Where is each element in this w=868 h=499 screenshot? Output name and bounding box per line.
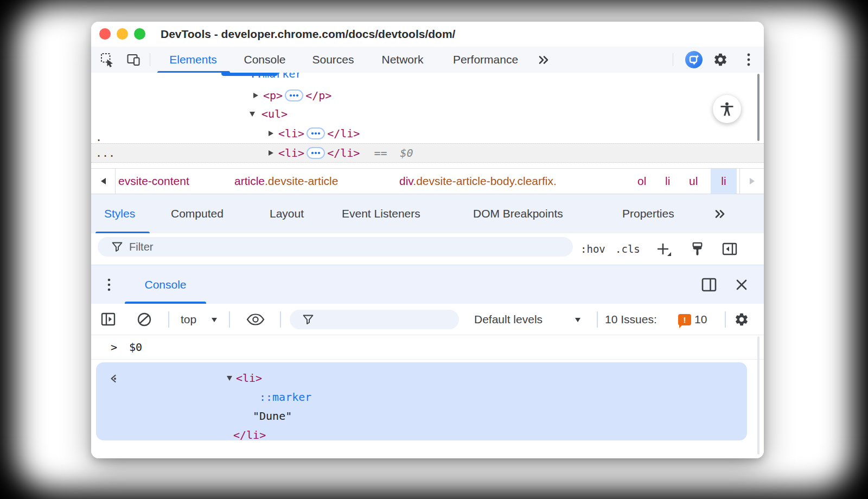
console-messages: > $0 <li> ::marker "Dune" </li>: [91, 335, 764, 458]
tab-sources[interactable]: Sources: [302, 47, 365, 73]
title-bar: DevTools - developer.chrome.com/docs/dev…: [91, 22, 764, 47]
tab-elements[interactable]: Elements: [156, 47, 230, 73]
console-command-row: > $0: [91, 335, 764, 360]
dom-node-marker-clipped[interactable]: ::marker: [250, 73, 302, 82]
tab-console[interactable]: Console: [237, 47, 293, 73]
log-levels-selector[interactable]: Default levels: [474, 304, 542, 335]
result-node-li[interactable]: <li>: [227, 369, 262, 388]
dom-node-p[interactable]: <p> </p>: [253, 86, 331, 105]
collapse-arrow-icon[interactable]: [227, 376, 232, 381]
execution-context-selector[interactable]: top: [181, 304, 196, 335]
dom-node-li-selected[interactable]: ... <li> </li> == $0: [91, 143, 764, 163]
breadcrumb-item[interactable]: ol: [637, 169, 646, 194]
more-tabs-chevron-icon[interactable]: [713, 209, 726, 219]
console-result-arrow-icon: [109, 374, 120, 383]
dollar-zero-annotation: $0: [400, 146, 413, 159]
filter-funnel-icon: [112, 242, 123, 252]
filter-placeholder: Filter: [129, 241, 153, 253]
devtools-main-toolbar: Elements Console Sources Network Perform…: [91, 47, 764, 73]
gutter-dot: .: [95, 131, 102, 143]
styles-panel-tabs: Styles Computed Layout Event Listeners D…: [91, 194, 764, 233]
drawer-kebab-icon[interactable]: [106, 278, 112, 292]
tab-dom-breakpoints[interactable]: DOM Breakpoints: [473, 194, 563, 233]
issues-count: 10: [694, 304, 707, 335]
split-panel-icon[interactable]: [701, 278, 717, 292]
console-sidebar-icon[interactable]: [101, 312, 116, 326]
new-style-rule-plus-icon[interactable]: [656, 242, 672, 257]
styles-filter-input[interactable]: Filter: [98, 237, 573, 257]
pseudo-state-toggle[interactable]: :hov: [580, 233, 605, 265]
accessibility-icon[interactable]: [713, 95, 741, 123]
tab-event-listeners[interactable]: Event Listeners: [342, 194, 420, 233]
console-settings-gear-icon[interactable]: [734, 312, 749, 327]
console-result-selected[interactable]: <li> ::marker "Dune" </li>: [96, 362, 747, 440]
dom-node-ul[interactable]: <ul>: [250, 104, 288, 124]
dom-node-li[interactable]: <li> </li>: [269, 124, 360, 143]
console-command: $0: [129, 335, 142, 359]
expand-arrow-icon[interactable]: [269, 131, 273, 136]
minimize-traffic-light[interactable]: [117, 28, 128, 40]
brush-icon[interactable]: [690, 241, 705, 257]
toggle-sidebar-icon[interactable]: [722, 242, 737, 255]
issues-label[interactable]: 10 Issues:: [605, 304, 657, 335]
console-filter-input[interactable]: [290, 310, 459, 329]
more-options-kebab-icon[interactable]: [745, 53, 752, 67]
equals-sign: ==: [374, 146, 387, 159]
issues-badge[interactable]: !: [678, 314, 691, 325]
ai-assistant-icon[interactable]: [685, 51, 703, 68]
console-scrollbar[interactable]: [757, 336, 760, 455]
tab-performance[interactable]: Performance: [445, 47, 526, 73]
breadcrumb-item[interactable]: div.devsite-article-body.clearfix.: [399, 169, 557, 194]
more-tabs-chevron-icon[interactable]: [537, 55, 550, 65]
tab-layout[interactable]: Layout: [270, 194, 304, 233]
elements-scrollbar[interactable]: [757, 74, 760, 141]
scroll-left-icon[interactable]: [91, 169, 116, 194]
close-traffic-light[interactable]: [99, 28, 111, 40]
gutter-ellipsis: ...: [95, 144, 115, 162]
window-title: DevTools - developer.chrome.com/docs/dev…: [161, 22, 455, 47]
collapsed-content-icon[interactable]: [307, 127, 325, 139]
filter-funnel-icon: [303, 315, 314, 325]
breadcrumb-item[interactable]: li: [665, 169, 670, 194]
collapsed-content-icon[interactable]: [285, 89, 303, 101]
live-expression-eye-icon[interactable]: [246, 314, 265, 325]
toolbar-divider: [150, 53, 150, 66]
dom-breadcrumb: evsite-content article.devsite-article d…: [91, 168, 764, 194]
console-prompt-chevron: >: [111, 335, 117, 359]
console-toolbar: top Default levels 10 Issues: ! 10: [91, 304, 764, 335]
breadcrumb-item[interactable]: ul: [689, 169, 698, 194]
styles-filter-bar: Filter :hov .cls: [91, 233, 764, 265]
tab-computed[interactable]: Computed: [171, 194, 224, 233]
clear-console-icon[interactable]: [137, 312, 152, 327]
settings-gear-icon[interactable]: [713, 52, 728, 67]
devtools-window: DevTools - developer.chrome.com/docs/dev…: [91, 22, 764, 458]
collapsed-content-icon[interactable]: [307, 147, 325, 159]
chevron-down-icon: [575, 318, 580, 322]
close-icon[interactable]: [736, 279, 748, 291]
drawer-tab-console[interactable]: Console: [137, 265, 194, 304]
breadcrumb-item-selected[interactable]: li: [711, 169, 737, 194]
breadcrumb-item[interactable]: article.devsite-article: [234, 169, 338, 194]
collapse-arrow-icon[interactable]: [250, 112, 255, 117]
result-text-node[interactable]: "Dune": [253, 407, 292, 426]
result-node-li-close[interactable]: </li>: [233, 426, 266, 445]
tab-properties[interactable]: Properties: [622, 194, 674, 233]
device-toolbar-icon[interactable]: [126, 52, 141, 67]
toolbar-divider-right: [673, 53, 673, 66]
scroll-right-icon[interactable]: [739, 169, 764, 194]
class-toggle[interactable]: .cls: [615, 233, 640, 265]
breadcrumb-item[interactable]: evsite-content: [118, 169, 189, 194]
tab-network[interactable]: Network: [371, 47, 434, 73]
console-drawer-header: Console: [91, 265, 764, 304]
elements-dom-tree: ::marker <p> </p> <ul> <li> </li> . ... …: [91, 73, 764, 168]
expand-arrow-icon[interactable]: [269, 150, 273, 156]
expand-arrow-icon[interactable]: [253, 93, 258, 98]
chevron-down-icon: [212, 318, 217, 322]
result-marker-pseudo[interactable]: ::marker: [259, 388, 311, 407]
tab-styles[interactable]: Styles: [104, 194, 135, 233]
zoom-traffic-light[interactable]: [134, 28, 145, 40]
inspect-icon[interactable]: [100, 52, 115, 67]
